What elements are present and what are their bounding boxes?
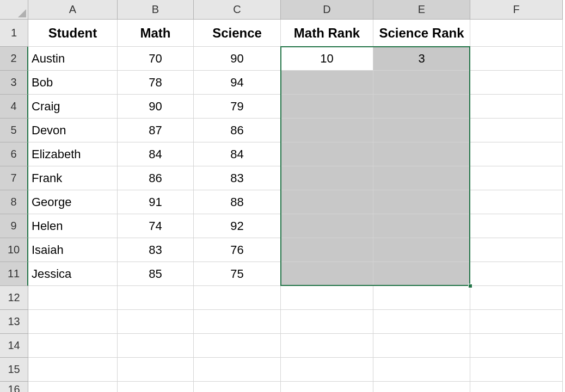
row-head-15[interactable]: 15: [0, 358, 28, 382]
cell-D9[interactable]: [281, 214, 373, 238]
cell-C1[interactable]: Science: [194, 20, 281, 47]
cell-F2[interactable]: [470, 47, 563, 71]
cell-B16[interactable]: [118, 382, 194, 392]
cell-C11[interactable]: 75: [194, 262, 281, 286]
cell-B12[interactable]: [118, 286, 194, 310]
cell-F9[interactable]: [470, 214, 563, 238]
cell-D15[interactable]: [281, 358, 373, 382]
cell-D3[interactable]: [281, 71, 373, 95]
cell-C2[interactable]: 90: [194, 47, 281, 71]
cell-C13[interactable]: [194, 310, 281, 334]
cell-D11[interactable]: [281, 262, 373, 286]
cell-F14[interactable]: [470, 334, 563, 358]
cell-D8[interactable]: [281, 190, 373, 214]
row-head-12[interactable]: 12: [0, 286, 28, 310]
row-head-4[interactable]: 4: [0, 95, 28, 119]
cell-E15[interactable]: [373, 358, 470, 382]
row-head-3[interactable]: 3: [0, 71, 28, 95]
spreadsheet-grid[interactable]: A B C D E F 1 Student Math Science Math …: [0, 0, 565, 392]
cell-D13[interactable]: [281, 310, 373, 334]
cell-F4[interactable]: [470, 95, 563, 119]
cell-A10[interactable]: Isaiah: [28, 238, 118, 262]
row-head-11[interactable]: 11: [0, 262, 28, 286]
cell-B8[interactable]: 91: [118, 190, 194, 214]
cell-B15[interactable]: [118, 358, 194, 382]
cell-B6[interactable]: 84: [118, 142, 194, 166]
cell-B9[interactable]: 74: [118, 214, 194, 238]
fill-handle[interactable]: [468, 284, 472, 288]
cell-F11[interactable]: [470, 262, 563, 286]
cell-C3[interactable]: 94: [194, 71, 281, 95]
cell-B5[interactable]: 87: [118, 119, 194, 142]
cell-E16[interactable]: [373, 382, 470, 392]
row-head-7[interactable]: 7: [0, 166, 28, 190]
cell-F12[interactable]: [470, 286, 563, 310]
select-all-corner[interactable]: [0, 0, 28, 20]
col-head-F[interactable]: F: [470, 0, 563, 20]
cell-A2[interactable]: Austin: [28, 47, 118, 71]
cell-B10[interactable]: 83: [118, 238, 194, 262]
row-head-16[interactable]: 16: [0, 382, 28, 392]
cell-E10[interactable]: [373, 238, 470, 262]
cell-D7[interactable]: [281, 166, 373, 190]
cell-E9[interactable]: [373, 214, 470, 238]
cell-F1[interactable]: [470, 20, 563, 47]
col-head-D[interactable]: D: [281, 0, 373, 20]
cell-E14[interactable]: [373, 334, 470, 358]
cell-D16[interactable]: [281, 382, 373, 392]
cell-F6[interactable]: [470, 142, 563, 166]
cell-E13[interactable]: [373, 310, 470, 334]
cell-C4[interactable]: 79: [194, 95, 281, 119]
row-head-14[interactable]: 14: [0, 334, 28, 358]
cell-A5[interactable]: Devon: [28, 119, 118, 142]
cell-D5[interactable]: [281, 119, 373, 142]
cell-C14[interactable]: [194, 334, 281, 358]
cell-D4[interactable]: [281, 95, 373, 119]
cell-A3[interactable]: Bob: [28, 71, 118, 95]
row-head-8[interactable]: 8: [0, 190, 28, 214]
cell-F3[interactable]: [470, 71, 563, 95]
row-head-5[interactable]: 5: [0, 119, 28, 142]
cell-F13[interactable]: [470, 310, 563, 334]
cell-E3[interactable]: [373, 71, 470, 95]
cell-C10[interactable]: 76: [194, 238, 281, 262]
cell-E1[interactable]: Science Rank: [373, 20, 470, 47]
cell-C15[interactable]: [194, 358, 281, 382]
cell-D10[interactable]: [281, 238, 373, 262]
cell-A6[interactable]: Elizabeth: [28, 142, 118, 166]
cell-B13[interactable]: [118, 310, 194, 334]
cell-F16[interactable]: [470, 382, 563, 392]
cell-B1[interactable]: Math: [118, 20, 194, 47]
cell-B2[interactable]: 70: [118, 47, 194, 71]
cell-A9[interactable]: Helen: [28, 214, 118, 238]
cell-F15[interactable]: [470, 358, 563, 382]
cell-D14[interactable]: [281, 334, 373, 358]
cell-E4[interactable]: [373, 95, 470, 119]
cell-B14[interactable]: [118, 334, 194, 358]
cell-C16[interactable]: [194, 382, 281, 392]
cell-A1[interactable]: Student: [28, 20, 118, 47]
cell-A11[interactable]: Jessica: [28, 262, 118, 286]
cell-F5[interactable]: [470, 119, 563, 142]
col-head-A[interactable]: A: [28, 0, 118, 20]
cell-E5[interactable]: [373, 119, 470, 142]
col-head-B[interactable]: B: [118, 0, 194, 20]
cell-C9[interactable]: 92: [194, 214, 281, 238]
cell-E2[interactable]: 3: [373, 47, 470, 71]
cell-F7[interactable]: [470, 166, 563, 190]
cell-A4[interactable]: Craig: [28, 95, 118, 119]
row-head-9[interactable]: 9: [0, 214, 28, 238]
cell-F8[interactable]: [470, 190, 563, 214]
row-head-1[interactable]: 1: [0, 20, 28, 47]
cell-D1[interactable]: Math Rank: [281, 20, 373, 47]
cell-E8[interactable]: [373, 190, 470, 214]
cell-B4[interactable]: 90: [118, 95, 194, 119]
cell-A16[interactable]: [28, 382, 118, 392]
cell-A12[interactable]: [28, 286, 118, 310]
cell-C7[interactable]: 83: [194, 166, 281, 190]
row-head-13[interactable]: 13: [0, 310, 28, 334]
row-head-2[interactable]: 2: [0, 47, 28, 71]
cell-D6[interactable]: [281, 142, 373, 166]
row-head-10[interactable]: 10: [0, 238, 28, 262]
cell-A15[interactable]: [28, 358, 118, 382]
